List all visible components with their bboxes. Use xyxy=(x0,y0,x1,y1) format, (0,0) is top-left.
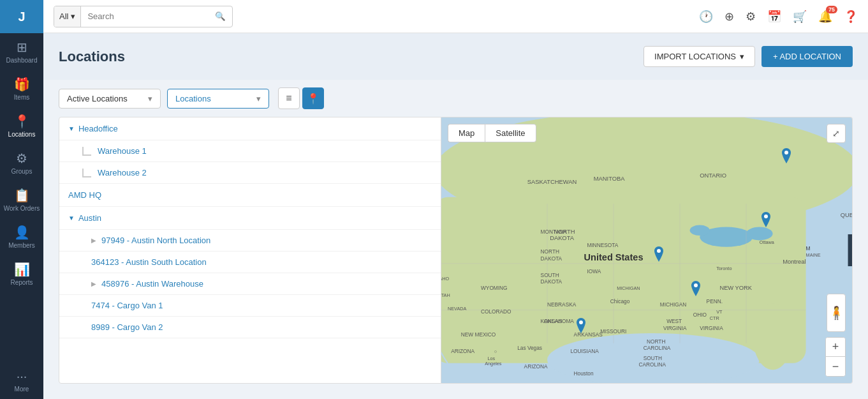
svg-text:NEW YORK: NEW YORK xyxy=(719,285,752,291)
map-pin-3[interactable] xyxy=(653,246,665,264)
svg-text:NEVADA: NEVADA xyxy=(448,306,466,312)
item-name-8989: 8989 - Cargo Van 2 xyxy=(91,322,163,332)
svg-text:Toronto: Toronto xyxy=(716,266,732,271)
svg-point-69 xyxy=(657,249,661,253)
list-item-97949[interactable]: ▶ 97949 - Austin North Location xyxy=(59,230,441,252)
add-location-label: + ADD LOCATION xyxy=(773,52,841,61)
map-tabs: Map Satellite xyxy=(448,124,536,142)
svg-text:UTAH: UTAH xyxy=(441,292,450,298)
svg-text:Montreal: Montreal xyxy=(783,259,805,265)
search-filter-dropdown[interactable]: All ▾ xyxy=(54,6,81,27)
list-item-8989[interactable]: 8989 - Cargo Van 2 xyxy=(59,317,441,338)
sidebar-item-dashboard[interactable]: ⊞ Dashboard xyxy=(0,33,43,70)
toolbar: Active Locations ▾ Locations ▾ ≡ 📍 xyxy=(43,80,868,117)
filter-chevron-icon: ▾ xyxy=(71,11,75,21)
item-name-warehouse2: Warehouse 2 xyxy=(98,168,147,177)
zoom-out-button[interactable]: − xyxy=(826,357,845,376)
items-icon: 🎁 xyxy=(14,77,30,92)
list-view-button[interactable]: ≡ xyxy=(278,87,300,109)
search-icon: 🔍 xyxy=(215,11,226,21)
cart-icon[interactable]: 🛒 xyxy=(793,10,807,24)
sidebar-item-work-orders[interactable]: 📋 Work Orders xyxy=(0,181,43,218)
list-item-458976[interactable]: ▶ 458976 - Austin Warehouse xyxy=(59,273,441,295)
zoom-in-button[interactable]: + xyxy=(826,338,845,357)
sidebar-item-locations[interactable]: 📍 Locations xyxy=(0,107,43,144)
map-pin-1[interactable] xyxy=(781,148,792,165)
main-content: All ▾ 🔍 🕐 ⊕ ⚙ 📅 🛒 🔔 75 ❓ xyxy=(43,0,868,399)
search-button[interactable]: 🔍 xyxy=(209,6,232,27)
svg-point-67 xyxy=(784,151,788,154)
work-orders-icon: 📋 xyxy=(14,188,30,203)
item-name-7474: 7474 - Cargo Van 1 xyxy=(91,301,163,310)
svg-text:MANITOBA: MANITOBA xyxy=(594,176,625,182)
sidebar-item-more[interactable]: ··· More xyxy=(0,363,43,399)
svg-point-68 xyxy=(764,215,768,218)
svg-text:United States: United States xyxy=(584,252,644,262)
map-street-view-control[interactable]: 🧍 xyxy=(827,294,846,332)
svg-text:WEST: WEST xyxy=(666,318,682,324)
search-wrapper: All ▾ 🔍 xyxy=(54,6,233,27)
svg-text:CAROLINA: CAROLINA xyxy=(644,345,671,351)
history-icon[interactable]: 🕐 xyxy=(699,10,713,24)
topbar: All ▾ 🔍 🕐 ⊕ ⚙ 📅 🛒 🔔 75 ❓ xyxy=(43,0,868,33)
app-logo: J xyxy=(0,0,43,33)
add-location-button[interactable]: + ADD LOCATION xyxy=(761,46,853,67)
map-tab-map[interactable]: Map xyxy=(448,124,485,142)
svg-text:VT: VT xyxy=(716,309,723,315)
map-tab-satellite[interactable]: Satellite xyxy=(485,124,536,142)
svg-text:SOUTH: SOUTH xyxy=(644,355,662,361)
locations-icon: 📍 xyxy=(14,114,30,129)
map-pin-4[interactable] xyxy=(690,281,702,298)
import-locations-button[interactable]: IMPORT LOCATIONS ▾ xyxy=(644,46,755,67)
search-input[interactable] xyxy=(81,6,209,27)
group-headoffice[interactable]: ▼ Headoffice xyxy=(59,117,441,140)
list-item-warehouse1[interactable]: Warehouse 1 xyxy=(59,140,441,162)
sidebar-item-groups[interactable]: ⚙ Groups xyxy=(0,144,43,181)
list-item-warehouse2[interactable]: Warehouse 2 xyxy=(59,162,441,184)
settings-icon[interactable]: ⚙ xyxy=(746,10,756,24)
notification-badge: 75 xyxy=(826,6,837,13)
sidebar-label-members: Members xyxy=(8,242,35,249)
svg-text:ARIZONA: ARIZONA xyxy=(524,363,548,370)
help-tab[interactable]: HELP xyxy=(848,234,853,266)
import-label: IMPORT LOCATIONS xyxy=(654,52,736,61)
sidebar-label-reports: Reports xyxy=(10,279,33,286)
svg-text:ONTARIO: ONTARIO xyxy=(700,172,726,179)
sidebar-label-locations: Locations xyxy=(8,131,36,138)
zoom-out-icon: − xyxy=(832,360,839,373)
svg-text:VIRGINIA: VIRGINIA xyxy=(700,325,723,331)
svg-point-5 xyxy=(690,225,710,236)
subitem-arrow-458976: ▶ xyxy=(91,280,96,287)
notification-icon[interactable]: 🔔 75 xyxy=(818,10,832,24)
subitem-arrow-97949: ▶ xyxy=(91,237,96,244)
sidebar-item-reports[interactable]: 📊 Reports xyxy=(0,255,43,292)
help-icon[interactable]: ❓ xyxy=(844,10,858,24)
active-locations-dropdown[interactable]: Active Locations ▾ xyxy=(59,89,161,109)
sidebar-label-work-orders: Work Orders xyxy=(4,205,40,212)
map-view-button[interactable]: 📍 xyxy=(302,87,324,109)
svg-text:SASKATCHEWAN: SASKATCHEWAN xyxy=(527,179,577,185)
list-item-364123[interactable]: 364123 - Austin South Location xyxy=(59,252,441,273)
map-pin-2[interactable] xyxy=(760,212,772,229)
locations-dropdown[interactable]: Locations ▾ xyxy=(167,89,269,109)
svg-text:OKLAHOMA: OKLAHOMA xyxy=(544,318,575,324)
svg-text:NEBRASKA: NEBRASKA xyxy=(547,301,577,308)
person-icon: 🧍 xyxy=(828,305,844,320)
location-list: ▼ Headoffice Warehouse 1 Warehouse 2 AMD… xyxy=(59,117,441,384)
topbar-icons: 🕐 ⊕ ⚙ 📅 🛒 🔔 75 ❓ xyxy=(699,10,858,24)
filter1-label: Active Locations xyxy=(67,94,128,103)
map-pin-5[interactable] xyxy=(575,318,587,335)
sidebar-item-members[interactable]: 👤 Members xyxy=(0,218,43,255)
list-item-7474[interactable]: 7474 - Cargo Van 1 xyxy=(59,295,441,317)
add-circle-icon[interactable]: ⊕ xyxy=(725,10,734,24)
header-actions: IMPORT LOCATIONS ▾ + ADD LOCATION xyxy=(644,46,853,67)
list-item-amd-hq[interactable]: AMD HQ xyxy=(59,184,441,207)
filter-label: All xyxy=(59,11,68,21)
groups-icon: ⚙ xyxy=(16,151,27,166)
svg-text:Angeles: Angeles xyxy=(485,361,502,366)
sidebar-item-items[interactable]: 🎁 Items xyxy=(0,70,43,107)
group-austin[interactable]: ▼ Austin xyxy=(59,207,441,230)
map-expand-button[interactable]: ⤢ xyxy=(827,124,846,143)
calendar-icon[interactable]: 📅 xyxy=(767,10,781,24)
svg-text:IOWA: IOWA xyxy=(587,268,601,275)
